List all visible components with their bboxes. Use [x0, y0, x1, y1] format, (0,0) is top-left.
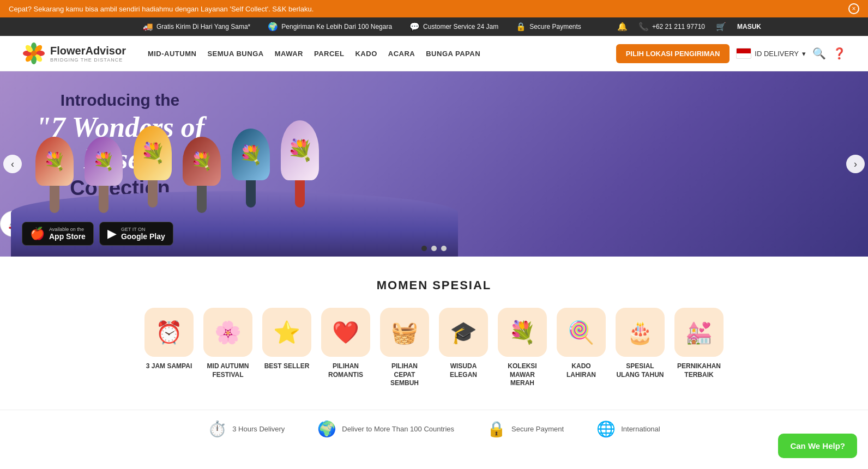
carousel-next-button[interactable]: ›: [846, 155, 865, 173]
google-icon: ▶: [107, 227, 117, 241]
carousel-dot-3[interactable]: [441, 246, 447, 251]
trust-secure-icon: 🔒: [487, 420, 506, 438]
category-koleksi-mawar[interactable]: 💐 KOLEKSI MAWAR MERAH: [498, 308, 547, 388]
bouquets: 💐 💐 💐 💐 💐: [33, 120, 322, 213]
close-icon[interactable]: ×: [848, 3, 859, 14]
category-icon-mid-autumn: 🌸: [203, 308, 252, 357]
carousel-dot-1[interactable]: [421, 246, 427, 251]
momen-spesial-title: MOMEN SPESIAL: [11, 278, 857, 293]
category-label-pernikahan: PERNIKAHAN TERBAIK: [674, 362, 724, 379]
trust-secure: 🔒 Secure Payment: [487, 420, 564, 438]
nav-mawar[interactable]: MAWAR: [275, 50, 303, 58]
category-pilihan-cepat[interactable]: 🧺 PILIHAN CEPAT SEMBUH: [380, 308, 429, 388]
category-label-pilihan-cepat: PILIHAN CEPAT SEMBUH: [380, 362, 429, 388]
trust-countries-icon: 🌍: [317, 420, 336, 438]
store-badges: 🍎 Available on the App Store ▶ GET IT ON…: [22, 222, 173, 246]
bouquet-stem-4: [197, 186, 207, 213]
nav-kado[interactable]: KADO: [355, 50, 377, 58]
bouquet-head-6: 💐: [281, 120, 319, 180]
logo-name: FlowerAdvisor: [50, 45, 126, 57]
bouquet-head-3: 💐: [134, 126, 172, 180]
help-icon[interactable]: ❓: [833, 47, 846, 60]
trust-intl: 🌐 International: [596, 420, 660, 438]
trust-3h-label: 3 Hours Delivery: [232, 425, 285, 433]
search-icon[interactable]: 🔍: [812, 47, 826, 60]
category-label-pilihan-romantis: PILIHAN ROMANTIS: [321, 362, 370, 379]
category-icon-kado-lahiran: 🍭: [557, 308, 606, 357]
trust-countries-label: Deliver to More Than 100 Countries: [342, 425, 454, 433]
info-bar-center: 🚚 Gratis Kirim Di Hari Yang Sama* 🌍 Peng…: [107, 22, 617, 32]
trust-bar: ⏱️ 3 Hours Delivery 🌍 Deliver to More Th…: [0, 410, 868, 448]
trust-3h-icon: ⏱️: [208, 420, 227, 438]
nav-bar: FlowerAdvisor BRIDGING THE DISTANCE MID-…: [0, 36, 868, 71]
lock-icon: 🔒: [516, 22, 526, 32]
appstore-small-label: Available on the: [49, 227, 86, 232]
category-label-3-jam: 3 JAM SAMPAI: [146, 362, 192, 371]
category-best-seller[interactable]: ⭐ BEST SELLER: [262, 308, 311, 388]
momen-spesial-section: MOMEN SPESIAL ⏰ 3 JAM SAMPAI 🌸 MID AUTUM…: [0, 257, 868, 404]
bouquet-head-5: 💐: [232, 129, 270, 180]
category-3-jam[interactable]: ⏰ 3 JAM SAMPAI: [144, 308, 194, 388]
info-label-countries: Pengiriman Ke Lebih Dari 100 Negara: [281, 23, 392, 31]
category-mid-autumn[interactable]: 🌸 MID AUTUMN FESTIVAL: [203, 308, 252, 388]
bouquet-stem-1: [50, 186, 59, 213]
trust-3h: ⏱️ 3 Hours Delivery: [208, 420, 285, 438]
appstore-text: Available on the App Store: [49, 227, 86, 241]
nav-parcel[interactable]: PARCEL: [314, 50, 344, 58]
chevron-down-icon: ▾: [802, 50, 806, 58]
googleplay-small-label: GET IT ON: [121, 227, 165, 232]
bouquet-stem-6: [295, 180, 305, 208]
category-icon-pernikahan: 💒: [674, 308, 724, 357]
bouquet-head-1: 💐: [35, 137, 74, 186]
delivery-area[interactable]: ID DELIVERY ▾: [736, 48, 806, 59]
trust-intl-icon: 🌐: [596, 420, 616, 438]
category-kado-lahiran[interactable]: 🍭 KADO LAHIRAN: [557, 308, 606, 388]
nav-links: MID-AUTUMN SEMUA BUNGA MAWAR PARCEL KADO…: [148, 50, 607, 58]
cart-area[interactable]: 🛒: [716, 22, 726, 32]
category-spesial-ulang[interactable]: 🎂 SPESIAL ULANG TAHUN: [616, 308, 665, 388]
hero-section: ‹ 💐 💐 💐 💐: [0, 71, 868, 257]
can-we-help-button[interactable]: Can We Help?: [778, 434, 857, 448]
appstore-main-label: App Store: [49, 232, 86, 241]
info-item-secure-payments: 🔒 Secure Payments: [516, 22, 581, 32]
nav-mid-autumn[interactable]: MID-AUTUMN: [148, 50, 196, 58]
info-bar-right: 🔔 📞 +62 21 211 97710 🛒 MASUK: [617, 22, 761, 32]
appstore-button[interactable]: 🍎 Available on the App Store: [22, 222, 94, 246]
category-label-wisuda: WISUDA ELEGAN: [439, 362, 488, 379]
category-wisuda[interactable]: 🎓 WISUDA ELEGAN: [439, 308, 488, 388]
category-icon-pilihan-romantis: ❤️: [321, 308, 370, 357]
googleplay-text: GET IT ON Google Play: [121, 227, 165, 241]
category-label-best-seller: BEST SELLER: [264, 362, 310, 371]
bouquet-2: 💐: [82, 137, 125, 213]
banner-text: Cepat? Sekarang kamu bisa ambil sendiri …: [9, 5, 848, 13]
category-icon-wisuda: 🎓: [439, 308, 488, 357]
trust-countries: 🌍 Deliver to More Than 100 Countries: [317, 420, 454, 438]
carousel-prev-button[interactable]: ‹: [3, 155, 22, 173]
googleplay-button[interactable]: ▶ GET IT ON Google Play: [99, 222, 173, 246]
info-item-customer-service: 💬 Customer Service 24 Jam: [409, 22, 498, 32]
category-icon-spesial-ulang: 🎂: [616, 308, 665, 357]
logo-icon: [22, 41, 46, 65]
category-pernikahan[interactable]: 💒 PERNIKAHAN TERBAIK: [674, 308, 724, 388]
nav-bunga-papan[interactable]: BUNGA PAPAN: [426, 50, 480, 58]
info-label-free-delivery: Gratis Kirim Di Hari Yang Sama*: [156, 23, 250, 31]
notification-area[interactable]: 🔔: [617, 22, 628, 32]
bouquet-stem-5: [246, 180, 256, 208]
bell-icon[interactable]: 🔔: [617, 22, 628, 32]
info-label-customer-service: Customer Service 24 Jam: [423, 23, 498, 31]
cart-icon[interactable]: 🛒: [716, 22, 726, 32]
category-pilihan-romantis[interactable]: ❤️ PILIHAN ROMANTIS: [321, 308, 370, 388]
bouquet-4: 💐: [180, 137, 224, 213]
nav-acara[interactable]: ACARA: [388, 50, 415, 58]
login-area[interactable]: MASUK: [737, 23, 761, 31]
location-button[interactable]: PILIH LOKASI PENGIRIMAN: [616, 44, 730, 63]
category-icon-best-seller: ⭐: [262, 308, 311, 357]
bouquet-6: 💐: [278, 120, 322, 213]
bouquet-3: 💐: [131, 126, 174, 213]
login-label[interactable]: MASUK: [737, 23, 761, 31]
carousel-dot-2[interactable]: [431, 246, 437, 251]
top-banner: Cepat? Sekarang kamu bisa ambil sendiri …: [0, 0, 868, 17]
svg-point-9: [31, 51, 37, 56]
nav-semua-bunga[interactable]: SEMUA BUNGA: [207, 50, 263, 58]
truck-icon: 🚚: [143, 22, 153, 32]
